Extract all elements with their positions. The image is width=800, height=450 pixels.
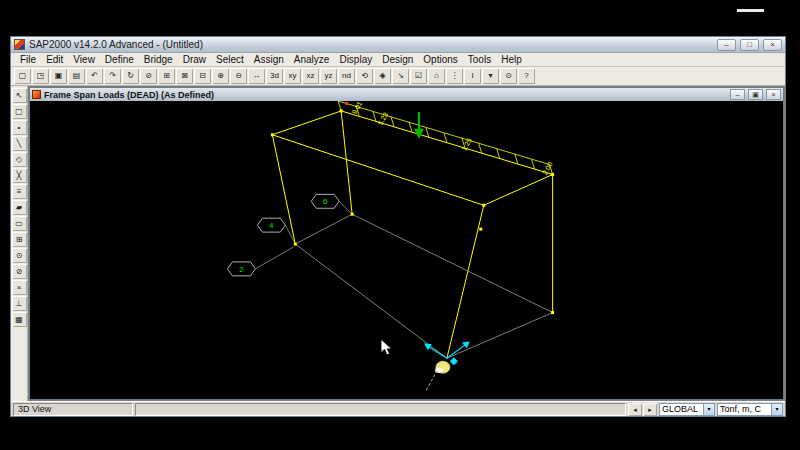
main-toolbar: ▢◳▣▤↶↷↻⊘⊞⊠⊟⊕⊖↔3dxyxzyznd⟲◈↘☑⌂⋮I▾⊙? bbox=[11, 67, 785, 86]
red-joint-dot bbox=[345, 102, 348, 105]
model-canvas-svg: 9.01 5.23 1.25 2.00 bbox=[30, 101, 783, 399]
toolbar-restore-previous-zoom[interactable]: ⊟ bbox=[194, 68, 211, 84]
app-icon bbox=[14, 39, 25, 50]
toolbar-show-forms[interactable]: ⊙ bbox=[500, 68, 517, 84]
menu-tools[interactable]: Tools bbox=[463, 54, 496, 65]
tool-snap-to-joints[interactable]: ⊙ bbox=[12, 248, 27, 263]
toolbar-i-section-assign[interactable]: I bbox=[464, 68, 481, 84]
menu-assign[interactable]: Assign bbox=[249, 54, 289, 65]
toolbar-show-undeformed-shape[interactable]: ⌂ bbox=[428, 68, 445, 84]
menu-view[interactable]: View bbox=[68, 54, 100, 65]
toolbar-view-3d[interactable]: 3d bbox=[266, 68, 283, 84]
tool-draw-frame[interactable]: ╲ bbox=[12, 136, 27, 151]
toolbar-section-dropdown[interactable]: ▾ bbox=[482, 68, 499, 84]
toolbar-new-model[interactable]: ▢ bbox=[14, 68, 31, 84]
menu-design[interactable]: Design bbox=[377, 54, 418, 65]
main-area: ↖▢•╲◇╳≡▰▭⊞⊙⊘×⊥▦ Frame Span Loads (DEAD) … bbox=[11, 86, 785, 401]
menu-analyze[interactable]: Analyze bbox=[289, 54, 335, 65]
coord-system-value: GLOBAL bbox=[660, 404, 703, 414]
toolbar-zoom-out[interactable]: ⊖ bbox=[230, 68, 247, 84]
tool-quick-draw-braces[interactable]: ╳ bbox=[12, 168, 27, 183]
window-title: SAP2000 v14.2.0 Advanced - (Untitled) bbox=[29, 39, 713, 50]
distributed-load-outline bbox=[338, 101, 549, 165]
toolbar-zoom-rubber-band[interactable]: ⊞ bbox=[158, 68, 175, 84]
toolbar-view-xy[interactable]: xy bbox=[284, 68, 301, 84]
menu-bridge[interactable]: Bridge bbox=[139, 54, 178, 65]
joint-label-0: 6 bbox=[323, 197, 328, 206]
tool-snap-to-perpendicular[interactable]: ⊥ bbox=[12, 296, 27, 311]
status-nav-right[interactable]: ▸ bbox=[643, 403, 657, 416]
child-window-icon bbox=[32, 90, 41, 99]
toolbar-zoom-in[interactable]: ⊕ bbox=[212, 68, 229, 84]
tool-quick-draw-secondary-beams[interactable]: ≡ bbox=[12, 184, 27, 199]
status-bar: 3D View ◂▸ GLOBAL ▾ Tonf, m, C ▾ bbox=[11, 401, 785, 416]
toolbar-help[interactable]: ? bbox=[518, 68, 535, 84]
child-minimize-button[interactable]: – bbox=[730, 89, 745, 100]
bubble-labels: 6 4 2 bbox=[239, 197, 328, 274]
mouse-cursor bbox=[381, 339, 391, 354]
menu-options[interactable]: Options bbox=[418, 54, 462, 65]
menu-select[interactable]: Select bbox=[211, 54, 249, 65]
toolbar-set-display-options[interactable]: ☑ bbox=[410, 68, 427, 84]
tool-draw-rect-area[interactable]: ▭ bbox=[12, 216, 27, 231]
joint-label-1: 4 bbox=[269, 221, 274, 230]
axis-diamond-icon bbox=[450, 357, 458, 365]
frame-wireframe bbox=[272, 111, 552, 358]
menu-draw[interactable]: Draw bbox=[178, 54, 211, 65]
toolbar-save-model[interactable]: ▣ bbox=[50, 68, 67, 84]
toolbar-view-yz[interactable]: yz bbox=[320, 68, 337, 84]
toolbar-undo[interactable]: ↶ bbox=[86, 68, 103, 84]
toolbar-object-shrink-toggle[interactable]: ↘ bbox=[392, 68, 409, 84]
joint-label-bubbles bbox=[227, 194, 339, 275]
joint-dots bbox=[271, 109, 554, 314]
minimize-button[interactable]: – bbox=[717, 39, 736, 51]
close-button[interactable]: × bbox=[763, 39, 782, 51]
frame-span-loads-window: Frame Span Loads (DEAD) (As Defined) – ▣… bbox=[29, 87, 784, 400]
menu-display[interactable]: Display bbox=[334, 54, 377, 65]
toolbar-print[interactable]: ▤ bbox=[68, 68, 85, 84]
status-nav-buttons: ◂▸ bbox=[628, 403, 657, 416]
units-select[interactable]: Tonf, m, C ▾ bbox=[717, 403, 783, 416]
toolbar-perspective-toggle[interactable]: ◈ bbox=[374, 68, 391, 84]
view-status: 3D View bbox=[13, 403, 133, 416]
units-value: Tonf, m, C bbox=[718, 404, 771, 414]
toolbar-view-nd[interactable]: nd bbox=[338, 68, 355, 84]
side-toolbar: ↖▢•╲◇╳≡▰▭⊞⊙⊘×⊥▦ bbox=[11, 86, 28, 401]
status-nav-left[interactable]: ◂ bbox=[628, 403, 642, 416]
mdi-area: Frame Span Loads (DEAD) (As Defined) – ▣… bbox=[28, 86, 785, 401]
tool-select-poly[interactable]: ▢ bbox=[12, 104, 27, 119]
toolbar-member-force-diagram[interactable]: ⋮ bbox=[446, 68, 463, 84]
toolbar-pan[interactable]: ↔ bbox=[248, 68, 265, 84]
toolbar-rotate-view[interactable]: ⟲ bbox=[356, 68, 373, 84]
toolbar-redo[interactable]: ↷ bbox=[104, 68, 121, 84]
child-restore-button[interactable]: ▣ bbox=[748, 89, 763, 100]
status-message-area bbox=[135, 403, 626, 416]
menu-file[interactable]: File bbox=[15, 54, 41, 65]
menu-edit[interactable]: Edit bbox=[41, 54, 68, 65]
menu-bar: FileEditViewDefineBridgeDrawSelectAssign… bbox=[11, 53, 785, 67]
menu-define[interactable]: Define bbox=[100, 54, 139, 65]
toolbar-view-xz[interactable]: xz bbox=[302, 68, 319, 84]
child-title-bar: Frame Span Loads (DEAD) (As Defined) – ▣… bbox=[30, 88, 783, 101]
tool-snap-to-midpoints[interactable]: ⊘ bbox=[12, 264, 27, 279]
tool-quick-draw-frame[interactable]: ◇ bbox=[12, 152, 27, 167]
toolbar-zoom-full[interactable]: ⊠ bbox=[176, 68, 193, 84]
tool-select-pointer[interactable]: ↖ bbox=[12, 88, 27, 103]
toolbar-refresh-window[interactable]: ↻ bbox=[122, 68, 139, 84]
point-load-arrow bbox=[414, 112, 424, 139]
toolbar-open-file[interactable]: ◳ bbox=[32, 68, 49, 84]
tool-quick-draw-area[interactable]: ⊞ bbox=[12, 232, 27, 247]
tool-snap-to-grid[interactable]: ▦ bbox=[12, 312, 27, 327]
title-bar: SAP2000 v14.2.0 Advanced - (Untitled) – … bbox=[11, 37, 785, 53]
tool-draw-special-joint[interactable]: • bbox=[12, 120, 27, 135]
load-tick-marks bbox=[338, 101, 552, 175]
child-close-button[interactable]: × bbox=[766, 89, 781, 100]
maximize-button[interactable]: □ bbox=[740, 39, 759, 51]
support-joint-axes bbox=[424, 341, 470, 365]
model-view[interactable]: 9.01 5.23 1.25 2.00 bbox=[30, 101, 783, 399]
tool-snap-to-intersections[interactable]: × bbox=[12, 280, 27, 295]
coord-system-select[interactable]: GLOBAL ▾ bbox=[659, 403, 715, 416]
toolbar-lock-model[interactable]: ⊘ bbox=[140, 68, 157, 84]
tool-draw-poly-area[interactable]: ▰ bbox=[12, 200, 27, 215]
menu-help[interactable]: Help bbox=[496, 54, 527, 65]
